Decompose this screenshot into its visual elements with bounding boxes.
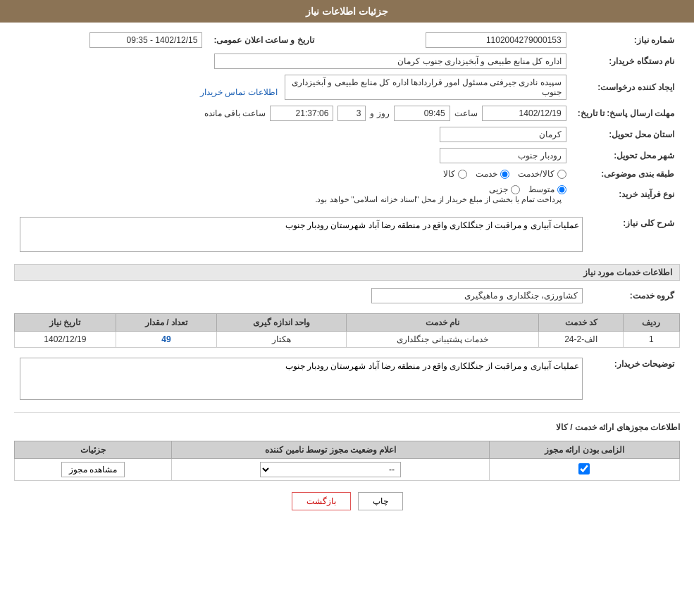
city-label: شهر محل تحویل: — [572, 145, 680, 166]
category-radio-kala[interactable] — [458, 170, 467, 179]
process-label-motevaset: متوسط — [528, 184, 554, 194]
creator-value: سپیده نادری جیرفتی مسئول امور قراردادها … — [285, 75, 566, 100]
category-option-khedmat[interactable]: خدمت — [476, 169, 509, 179]
perm-cell-required — [489, 459, 679, 481]
section-divider — [14, 412, 680, 413]
category-option-kala-khedmat[interactable]: کالا/خدمت — [518, 169, 566, 179]
category-option-kala[interactable]: کالا — [443, 169, 467, 179]
perm-col-status: اعلام وضعیت مجوز توسط نامین کننده — [172, 441, 490, 459]
process-note: پرداخت تمام یا بخشی از مبلغ خریدار از مح… — [315, 195, 562, 203]
process-radio-jozi[interactable] — [511, 185, 520, 194]
view-permit-button[interactable]: مشاهده مجوز — [61, 462, 125, 477]
announcement-date-value: 1402/12/15 - 09:35 — [89, 32, 202, 48]
deadline-row: 1402/12/19 ساعت 09:45 روز و 3 21:37:06 س… — [20, 106, 566, 121]
buyer-org-value: اداره کل منابع طبیعی و آبخیزداری جنوب کر… — [214, 54, 566, 69]
category-label: طبقه بندی موضوعی: — [572, 166, 680, 182]
permission-row: -- مشاهده مجوز — [15, 459, 680, 481]
cell-unit: هکتار — [217, 332, 347, 348]
service-group-table: گروه خدمت: کشاورزی، جنگلداری و ماهیگیری — [14, 285, 680, 306]
service-group-value: کشاورزی، جنگلداری و ماهیگیری — [371, 288, 583, 303]
category-label-kala: کالا — [443, 169, 455, 179]
col-header-date: تاریخ نیاز — [15, 314, 116, 332]
col-header-quantity: تعداد / مقدار — [116, 314, 217, 332]
page-title: جزئیات اطلاعات نیاز — [306, 6, 388, 17]
permissions-table: الزامی بودن ارائه مجوز اعلام وضعیت مجوز … — [14, 441, 680, 481]
cell-row: 1 — [623, 332, 679, 348]
process-radio-group: متوسط جزیی — [20, 184, 566, 194]
services-section-title: اطلاعات خدمات مورد نیاز — [14, 264, 680, 281]
category-label-khedmat: خدمت — [476, 169, 497, 179]
need-number-value: 1102004279000153 — [426, 32, 566, 48]
perm-status-select[interactable]: -- — [260, 462, 401, 477]
buyer-notes-textarea[interactable]: عملیات آبیاری و مراقبت از جنگلکاری واقع … — [20, 358, 583, 400]
need-desc-label: شرح کلی نیاز: — [588, 214, 680, 257]
reply-time: 09:45 — [394, 106, 450, 121]
reply-remaining-label: ساعت باقی مانده — [204, 108, 266, 118]
col-header-code: کد خدمت — [539, 314, 623, 332]
buyer-notes-label: توضیحات خریدار: — [588, 355, 680, 405]
perm-col-required: الزامی بودن ارائه مجوز — [489, 441, 679, 459]
process-radio-motevaset[interactable] — [557, 185, 566, 194]
process-option-motevaset[interactable]: متوسط — [528, 184, 566, 194]
back-button[interactable]: بازگشت — [292, 492, 351, 510]
city-value: رودبار جنوب — [440, 148, 566, 163]
perm-col-details: جزئیات — [15, 441, 172, 459]
page-header: جزئیات اطلاعات نیاز — [0, 0, 694, 23]
buyer-notes-table: توضیحات خریدار: عملیات آبیاری و مراقبت ا… — [14, 355, 680, 405]
category-radio-group: کالا/خدمت خدمت کالا — [20, 169, 566, 179]
reply-day-label: روز و — [370, 108, 389, 118]
province-label: استان محل تحویل: — [572, 124, 680, 145]
category-radio-khedmat[interactable] — [500, 170, 509, 179]
print-button[interactable]: چاپ — [358, 492, 403, 510]
need-desc-table: شرح کلی نیاز: عملیات آبیاری و مراقبت از … — [14, 214, 680, 257]
category-label-kala-khedmat: کالا/خدمت — [518, 169, 554, 179]
perm-cell-status[interactable]: -- — [172, 459, 490, 481]
reply-time-label: ساعت — [454, 108, 478, 118]
cell-date: 1402/12/19 — [15, 332, 116, 348]
col-header-row: ردیف — [623, 314, 679, 332]
announcement-date-label: تاریخ و ساعت اعلان عمومی: — [208, 30, 319, 51]
reply-days: 3 — [337, 106, 366, 121]
page-wrapper: جزئیات اطلاعات نیاز شماره نیاز: 11020042… — [0, 0, 694, 616]
province-value: کرمان — [440, 127, 566, 142]
permissions-section-title: اطلاعات مجوزهای ارائه خدمت / کالا — [14, 420, 680, 435]
cell-name: خدمات پشتیبانی جنگلداری — [347, 332, 539, 348]
reply-date: 1402/12/19 — [482, 106, 566, 121]
action-buttons: چاپ بازگشت — [14, 492, 680, 510]
category-radio-kala-khedmat[interactable] — [557, 170, 566, 179]
need-desc-textarea[interactable]: عملیات آبیاری و مراقبت از جنگلکاری واقع … — [20, 217, 583, 252]
process-option-jozi[interactable]: جزیی — [489, 184, 520, 194]
col-header-unit: واحد اندازه گیری — [217, 314, 347, 332]
buyer-org-label: نام دستگاه خریدار: — [572, 51, 680, 72]
cell-code: الف-2-24 — [539, 332, 623, 348]
process-label-jozi: جزیی — [489, 184, 508, 194]
perm-cell-details[interactable]: مشاهده مجوز — [15, 459, 172, 481]
services-data-table: ردیف کد خدمت نام خدمت واحد اندازه گیری ت… — [14, 313, 680, 348]
perm-required-checkbox[interactable] — [578, 463, 590, 474]
need-number-label: شماره نیاز: — [572, 30, 680, 51]
top-info-table: شماره نیاز: 1102004279000153 تاریخ و ساع… — [14, 30, 680, 207]
creator-contact-link[interactable]: اطلاعات تماس خریدار — [200, 87, 278, 97]
reply-deadline-label: مهلت ارسال پاسخ: تا تاریخ: — [572, 103, 680, 124]
creator-label: ایجاد کننده درخواست: — [572, 72, 680, 103]
service-group-label: گروه خدمت: — [588, 285, 680, 306]
main-content: شماره نیاز: 1102004279000153 تاریخ و ساع… — [0, 23, 694, 529]
reply-remaining: 21:37:06 — [270, 106, 333, 121]
process-label: نوع فرآیند خرید: — [572, 182, 680, 207]
cell-quantity: 49 — [116, 332, 217, 348]
table-row: 1 الف-2-24 خدمات پشتیبانی جنگلداری هکتار… — [15, 332, 680, 348]
col-header-name: نام خدمت — [347, 314, 539, 332]
